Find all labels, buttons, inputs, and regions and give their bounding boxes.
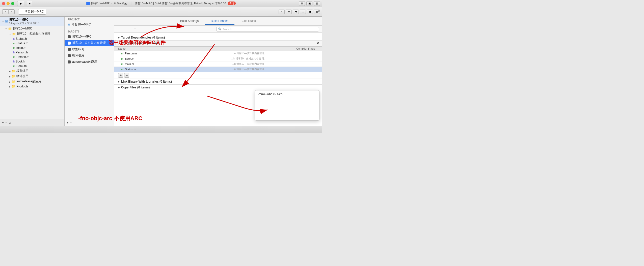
title-bar: ▶ ■ 博客10—MRC › 🖥 My Mac 博客10—MRC | Build… <box>0 0 322 7</box>
tab-build-settings[interactable]: Build Settings <box>174 18 205 25</box>
nav-item-bookM[interactable]: m Book.m <box>0 64 64 68</box>
nav-item-products[interactable]: 📁 Products <box>0 84 64 89</box>
nav-item-label: 博客10—MRC <box>13 26 32 31</box>
compile-remove-button[interactable]: − <box>124 73 129 78</box>
compile-file-mainM[interactable]: m main.m ...in 博客10—多对象内存管理 <box>114 61 322 67</box>
nav-item-label: 循环引用 <box>16 74 29 78</box>
nav-item-moxing[interactable]: 📁 模型练习 <box>0 68 64 74</box>
project-subtitle: 5 targets, OS X SDK 10.10 <box>9 22 39 25</box>
app-window: ▶ ■ 博客10—MRC › 🖥 My Mac 博客10—MRC | Build… <box>0 0 322 133</box>
folder-triangle <box>9 75 11 78</box>
target-label: 模型练习 <box>72 47 84 51</box>
maximize-window-button[interactable] <box>11 2 14 5</box>
project-row[interactable]: ⊞ 博客10—MRC 5 targets, OS X SDK 10.10 <box>0 17 64 26</box>
compile-sources-close-button[interactable]: ✕ <box>316 42 319 45</box>
nav-item-multi[interactable]: 📁 博客10—多对象内存管理 <box>0 31 64 37</box>
nav-item-personH[interactable]: h Person.h <box>0 50 64 55</box>
status-bar <box>0 126 322 133</box>
folder-triangle <box>9 32 11 36</box>
project-panel-target-multi[interactable]: 博客10—多对象内存管理 <box>65 40 114 46</box>
pp-add-button[interactable]: + <box>67 121 68 124</box>
nav-item-statusM[interactable]: m Status.m <box>0 41 64 46</box>
folder-icon: 📁 <box>12 85 15 88</box>
search-icon: 🔍 <box>218 27 222 31</box>
link-binary-section: Link Binary With Libraries (0 items) <box>114 79 322 84</box>
compile-sources-header[interactable]: Compile Sources (4 items) ✕ <box>114 40 322 46</box>
error-badge[interactable]: ⚠ 9 <box>228 2 236 5</box>
toolbar-view-4[interactable]: ▢ <box>300 10 306 14</box>
h-icon: h <box>13 51 15 54</box>
folder-icon: 📁 <box>12 69 15 73</box>
build-info-label: 博客10—MRC | Build 博客10—多对象内存管理: Failed | … <box>135 2 226 5</box>
nav-filter-button[interactable]: ⊙ <box>9 121 11 124</box>
toolbar-view-2[interactable]: ⟲ <box>286 10 292 14</box>
project-panel-item-mrc[interactable]: ⊞ 博客10—MRC <box>65 21 114 28</box>
toggle-button[interactable]: ▤ <box>314 1 320 6</box>
forward-button[interactable]: › <box>8 10 14 14</box>
layout-button[interactable]: ▣ <box>306 1 312 6</box>
folder-triangle <box>5 27 7 30</box>
minimize-window-button[interactable] <box>7 2 10 5</box>
compiler-flags-input[interactable]: -fno-objc-arc <box>257 92 317 118</box>
phase-collapse-icon <box>118 42 120 45</box>
project-panel-target-moxing[interactable]: 模型练习 <box>65 46 114 52</box>
target-deps-section: Target Dependencies (0 items) <box>114 35 322 40</box>
project-panel: PROJECT ⊞ 博客10—MRC TARGETS 博客10—MRC 博客10… <box>65 17 114 126</box>
nav-item-label: Book.m <box>16 64 27 68</box>
tab-build-phases[interactable]: Build Phases <box>205 18 234 25</box>
compiler-flags-popup: -fno-objc-arc <box>255 90 319 121</box>
split-view-button[interactable]: ⊞ <box>299 1 305 6</box>
run-button[interactable]: ▶ <box>17 1 24 6</box>
nav-item-statusH[interactable]: h Status.h <box>0 37 64 41</box>
folder-icon: 📁 <box>12 80 15 83</box>
m-icon: m <box>13 42 15 45</box>
nav-remove-button[interactable]: − <box>5 121 7 124</box>
compile-file-bookM[interactable]: m Book.m ...in 博客10—多对象内存管 理 <box>114 56 322 61</box>
link-binary-header[interactable]: Link Binary With Libraries (0 items) <box>114 79 322 84</box>
inspector-close-button[interactable]: ✕ <box>318 10 320 13</box>
file-path-label: ...in 博客10—多对象内存管 理 <box>231 57 264 60</box>
search-input[interactable] <box>223 28 317 31</box>
target-label: autorelease的应用 <box>72 60 97 64</box>
project-panel-target-xunhuan[interactable]: 循环引用 <box>65 52 114 59</box>
close-window-button[interactable] <box>2 2 5 5</box>
stop-button[interactable]: ■ <box>27 1 32 6</box>
build-tabs: Build Settings Build Phases Build Rules <box>114 17 322 26</box>
nav-item-mainM[interactable]: m main.m <box>0 46 64 50</box>
back-button[interactable]: ‹ <box>2 10 8 14</box>
tab-build-rules[interactable]: Build Rules <box>234 18 262 25</box>
compile-file-statusM[interactable]: m Status.m ...in 博客10—多对象内存管理 <box>114 67 322 72</box>
compile-columns-header: Name Compiler Flags <box>114 46 322 51</box>
nav-item-personM[interactable]: m Person.m <box>0 55 64 59</box>
m-file-icon: m <box>121 63 123 65</box>
nav-item-bookH[interactable]: h Book.h <box>0 59 64 64</box>
toolbar-view-3[interactable]: ⇆ <box>293 10 299 14</box>
nav-item-mrc[interactable]: 📁 博客10—MRC <box>0 26 64 31</box>
tab-label: Build Rules <box>240 19 256 23</box>
compile-sources-section: Compile Sources (4 items) ✕ Name Compile… <box>114 40 322 79</box>
m-icon: m <box>13 56 15 58</box>
toolbar-view-5[interactable]: ▣ <box>307 10 313 14</box>
pp-remove-button[interactable]: − <box>70 121 72 124</box>
add-phase-button[interactable]: + <box>134 26 136 30</box>
m-file-icon: m <box>121 52 123 55</box>
nav-item-xunhuan[interactable]: 📁 循环引用 <box>0 74 64 79</box>
nav-add-button[interactable]: + <box>2 121 4 124</box>
project-panel-target-mrc[interactable]: 博客10—MRC <box>65 34 114 40</box>
target-deps-header[interactable]: Target Dependencies (0 items) <box>114 35 322 40</box>
phase-label: Copy Files (0 items) <box>121 86 150 89</box>
target-icon <box>68 60 71 63</box>
copy-files-header[interactable]: Copy Files (0 items) <box>114 84 322 90</box>
title-bar-center: 博客10—MRC › 🖥 My Mac 博客10—MRC | Build 博客1… <box>86 1 236 6</box>
col-flags-label: Compiler Flags <box>264 47 315 50</box>
project-panel-target-autorelease[interactable]: autorelease的应用 <box>65 59 114 65</box>
compile-file-personM[interactable]: m Person.m ...in 博客10—多对象内存管理 <box>114 51 322 56</box>
col-name-label: Name <box>118 47 264 50</box>
copy-files-section: Copy Files (0 items) <box>114 84 322 90</box>
traffic-lights <box>2 2 14 5</box>
toolbar-view-1[interactable]: ≡ <box>279 10 285 14</box>
file-path-label: ...in 博客10—多对象内存管理 <box>232 52 264 55</box>
folder-icon: 📁 <box>8 27 12 30</box>
nav-item-autorelease[interactable]: 📁 autorelease的应用 <box>0 79 64 84</box>
compile-add-button[interactable]: + <box>118 73 123 78</box>
